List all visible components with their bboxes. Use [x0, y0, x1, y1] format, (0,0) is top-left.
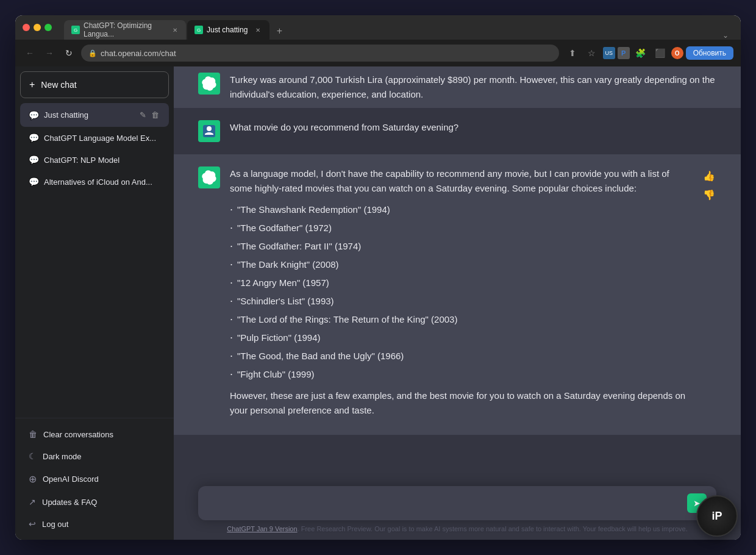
share-button[interactable]: ⬆ — [564, 45, 581, 62]
footer-suffix: . Free Research Preview. Our goal is to … — [298, 525, 688, 532]
thumbs-up-button[interactable]: 👍 — [702, 169, 716, 183]
discord-button[interactable]: ⊕ OpenAI Discord — [20, 467, 169, 491]
sidebar-item-chatgpt-language[interactable]: 💬 ChatGPT Language Model Ex... — [20, 127, 169, 149]
sidebar-item-alternatives[interactable]: 💬 Alternatives of iCloud on And... — [20, 171, 169, 193]
assistant-intro-text: As a language model, I don't have the ca… — [230, 167, 692, 196]
update-button[interactable]: Обновить — [686, 46, 733, 60]
lock-icon: 🔒 — [88, 49, 97, 57]
content-area: + New chat 💬 Just chatting ✎ 🗑 💬 ChatGPT… — [15, 66, 741, 540]
chat-bubble-icon-3: 💬 — [29, 155, 39, 165]
monitor-icon[interactable]: ⬛ — [652, 45, 669, 62]
chat-bubble-icon-2: 💬 — [29, 133, 39, 143]
sidebar-item-chatgpt-nlp[interactable]: 💬 ChatGPT: NLP Model — [20, 149, 169, 171]
clear-conversations-label: Clear conversations — [43, 430, 113, 439]
moon-icon: ☾ — [29, 451, 37, 461]
chat-label-3: ChatGPT: NLP Model — [44, 156, 160, 165]
movie-item-3: "The Godfather: Part II" (1974) — [230, 237, 692, 256]
profile-icon[interactable]: O — [671, 47, 683, 59]
movie-list: "The Shawshank Redemption" (1994) "The G… — [230, 201, 692, 384]
rename-icon-1[interactable]: ✎ — [138, 109, 148, 121]
chat-label-1: Just chatting — [44, 110, 134, 120]
chat-area: Turkey was around 7,000 Turkish Lira (ap… — [174, 66, 741, 540]
tab1-close[interactable]: ✕ — [172, 26, 179, 34]
movie-item-8: "Pulp Fiction" (1994) — [230, 329, 692, 347]
discord-icon: ⊕ — [29, 473, 37, 485]
puzzle-icon[interactable]: 🧩 — [632, 45, 649, 62]
maximize-window-btn[interactable] — [45, 24, 52, 31]
ext-icon-2[interactable]: P — [618, 47, 630, 59]
tabs-bar: G ChatGPT: Optimizing Langua... ✕ G Just… — [64, 15, 733, 40]
trash-icon: 🗑 — [29, 429, 37, 439]
movie-item-5: "12 Angry Men" (1957) — [230, 274, 692, 292]
refresh-button[interactable]: ↻ — [62, 46, 76, 60]
external-link-icon: ↗ — [29, 497, 36, 507]
traffic-lights — [23, 24, 52, 31]
back-button[interactable]: ← — [23, 46, 37, 60]
ext-icon-1[interactable]: US — [603, 47, 615, 59]
input-box-wrapper: ➤ — [198, 486, 716, 520]
title-bar: G ChatGPT: Optimizing Langua... ✕ G Just… — [15, 15, 741, 40]
browser-window: G ChatGPT: Optimizing Langua... ✕ G Just… — [15, 15, 741, 540]
url-text: chat.openai.com/chat — [101, 49, 176, 58]
tab2-close[interactable]: ✕ — [254, 26, 262, 34]
browser-actions: ⬆ ☆ US P 🧩 ⬛ O Обновить — [564, 45, 733, 62]
new-chat-icon: + — [29, 79, 35, 90]
partial-message-text: Turkey was around 7,000 Turkish Lira (ap… — [230, 74, 715, 99]
logout-button[interactable]: ↩ Log out — [20, 513, 169, 535]
message-user: What movie do you recommend from Saturda… — [174, 108, 741, 154]
chat-bubble-icon-1: 💬 — [29, 110, 39, 120]
assistant-message-content: As a language model, I don't have the ca… — [230, 167, 692, 423]
close-window-btn[interactable] — [23, 24, 30, 31]
movie-item-10: "Fight Club" (1999) — [230, 365, 692, 384]
user-message-text: What movie do you recommend from Saturda… — [230, 122, 458, 132]
address-bar: ← → ↻ 🔒 chat.openai.com/chat ⬆ ☆ US P 🧩 … — [15, 40, 741, 66]
message-assistant: As a language model, I don't have the ca… — [174, 154, 741, 435]
bot-avatar-partial — [198, 73, 220, 95]
chat-bubble-icon-4: 💬 — [29, 177, 39, 187]
movie-item-6: "Schindler's List" (1993) — [230, 292, 692, 310]
footer-link[interactable]: ChatGPT Jan 9 Version — [227, 525, 297, 532]
assistant-outro-text: However, these are just a few examples, … — [230, 389, 692, 418]
url-bar[interactable]: 🔒 chat.openai.com/chat — [81, 45, 559, 62]
chat-label-2: ChatGPT Language Model Ex... — [44, 134, 160, 143]
tab-overflow[interactable]: ⌄ — [722, 31, 733, 40]
sidebar-bottom: 🗑 Clear conversations ☾ Dark mode ⊕ Open… — [15, 418, 174, 540]
dark-mode-label: Dark mode — [43, 452, 82, 461]
user-message-content: What movie do you recommend from Saturda… — [230, 120, 716, 135]
movie-item-1: "The Shawshank Redemption" (1994) — [230, 201, 692, 219]
browser-tab-1[interactable]: G ChatGPT: Optimizing Langua... ✕ — [64, 20, 186, 40]
footer-text: ChatGPT Jan 9 Version. Free Research Pre… — [198, 520, 716, 535]
logout-label: Log out — [42, 520, 68, 529]
clear-conversations-button[interactable]: 🗑 Clear conversations — [20, 423, 169, 445]
faq-button[interactable]: ↗ Updates & FAQ — [20, 491, 169, 513]
movie-item-4: "The Dark Knight" (2008) — [230, 256, 692, 274]
new-chat-label: New chat — [41, 80, 76, 90]
movie-item-9: "The Good, the Bad and the Ugly" (1966) — [230, 347, 692, 365]
dark-mode-button[interactable]: ☾ Dark mode — [20, 445, 169, 467]
bot-avatar-main — [198, 167, 220, 188]
tab1-label: ChatGPT: Optimizing Langua... — [84, 21, 166, 38]
chat-label-4: Alternatives of iCloud on And... — [44, 177, 160, 187]
ip-badge-text: iP — [711, 510, 722, 523]
tab2-label: Just chatting — [207, 26, 248, 34]
tab2-icon: G — [194, 26, 203, 34]
forward-button[interactable]: → — [42, 46, 57, 60]
chat-input[interactable] — [208, 496, 687, 510]
new-tab-button[interactable]: + — [271, 23, 288, 40]
delete-icon-1[interactable]: 🗑 — [150, 109, 160, 121]
user-avatar — [198, 120, 220, 142]
browser-tab-2[interactable]: G Just chatting ✕ — [187, 20, 269, 40]
movie-item-7: "The Lord of the Rings: The Return of th… — [230, 310, 692, 329]
movie-item-2: "The Godfather" (1972) — [230, 219, 692, 237]
new-chat-button[interactable]: + New chat — [20, 71, 169, 98]
sidebar-top: + New chat 💬 Just chatting ✎ 🗑 💬 ChatGPT… — [15, 66, 174, 418]
minimize-window-btn[interactable] — [34, 24, 41, 31]
sidebar: + New chat 💬 Just chatting ✎ 🗑 💬 ChatGPT… — [15, 66, 174, 540]
sidebar-item-just-chatting[interactable]: 💬 Just chatting ✎ 🗑 — [20, 103, 169, 127]
message-partial: Turkey was around 7,000 Turkish Lira (ap… — [174, 66, 741, 108]
bookmark-button[interactable]: ☆ — [583, 45, 601, 62]
message-actions: 👍 👎 — [702, 169, 716, 202]
ip-badge: iP — [696, 495, 738, 537]
thumbs-down-button[interactable]: 👎 — [702, 188, 716, 202]
logout-icon: ↩ — [29, 519, 36, 529]
